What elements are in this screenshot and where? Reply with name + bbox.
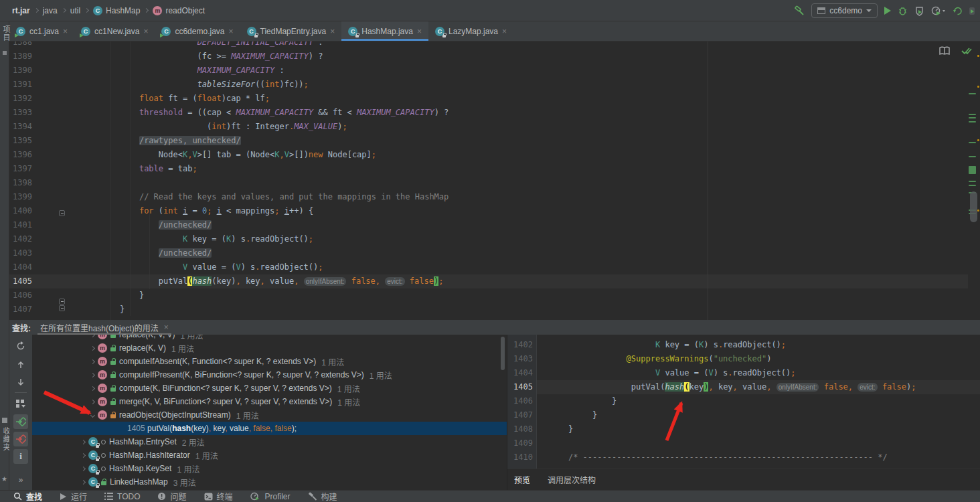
tree-node-merge(K, V, BiFunction<? super V, ? super V, ? extends V>)[interactable]: mmerge(K, V, BiFunction<? super V, ? sup… (32, 395, 507, 408)
edge-icon-partial[interactable] (969, 6, 975, 16)
tab-close-icon[interactable]: × (63, 27, 68, 35)
run-config-combo[interactable]: cc6demo (811, 3, 878, 18)
preview-code-line-1402[interactable]: K key = (K) s.readObject(); (549, 338, 786, 352)
code-line-1396[interactable]: Node<K,V>[] tab = (Node<K,V>[])new Node[… (76, 148, 376, 162)
toolwindow-button-Profiler[interactable]: Profiler (250, 492, 291, 501)
tab-close-icon[interactable]: × (228, 27, 233, 35)
line-number-1407[interactable]: 1407 (9, 303, 32, 317)
tree-node-compute(K, BiFunction<? super K, ? super V, ? extends V>)[interactable]: mcompute(K, BiFunction<? super K, ? supe… (32, 382, 507, 395)
line-number-1395[interactable]: 1395 (9, 134, 32, 148)
chevron-right-icon[interactable] (90, 399, 95, 404)
chevron-right-icon[interactable] (90, 335, 95, 337)
tab-close-icon[interactable]: × (330, 27, 335, 35)
jump-to-source-button[interactable] (13, 414, 28, 429)
code-line-1403[interactable]: /unchecked/ (76, 246, 212, 260)
code-line-1392[interactable]: float ft = (float)cap * lf; (76, 92, 270, 106)
debug-button[interactable] (898, 6, 908, 16)
breadcrumb-item[interactable]: util (70, 6, 80, 15)
editor-tab-cc1.java[interactable]: Ccc1.java× (9, 21, 74, 41)
line-number-1401[interactable]: 1401 (9, 218, 32, 232)
toolwindow-button-运行[interactable]: 运行 (60, 491, 87, 502)
toolwindow-button-问题[interactable]: 问题 (157, 491, 186, 502)
reader-mode-icon[interactable] (938, 46, 951, 56)
toolwindow-button-终端[interactable]: 终端 (204, 491, 233, 502)
breadcrumb-item[interactable]: mreadObject (153, 6, 205, 15)
code-line-1404[interactable]: V value = (V) s.readObject(); (76, 260, 323, 274)
previous-occurrence-icon[interactable] (16, 360, 25, 369)
code-line-1388[interactable]: DEFAULT_INITIAL_CAPACITY : (76, 41, 323, 50)
usage-preview-editor[interactable]: 140214031404140514061407140814091410 K k… (507, 335, 980, 469)
preview-code-line-1403[interactable]: @SuppressWarnings("unchecked") (549, 352, 771, 366)
code-line-1400[interactable]: for (int i = 0; i < mappings; i++) { (76, 204, 313, 218)
tree-node-HashMap.HashIterator[interactable]: CHashMap.HashIterator1 用法 (32, 448, 507, 462)
line-number-1394[interactable]: 1394 (9, 120, 32, 134)
code-line-1407[interactable]: } (76, 303, 125, 317)
usage-row-1405[interactable]: 1405 putVal(hash(key), key, value, false… (32, 422, 507, 435)
line-number-1393[interactable]: 1393 (9, 106, 32, 120)
breadcrumb-item[interactable]: CHashMap (93, 6, 140, 15)
code-line-1389[interactable]: (fc >= MAXIMUM_CAPACITY) ? (76, 50, 323, 64)
chevron-right-icon[interactable] (81, 479, 86, 484)
stripe-item-project[interactable]: 项目 (1, 25, 11, 41)
fold-marker[interactable] (59, 210, 65, 216)
tree-node-computeIfAbsent(K, Function<? super K, ? extends V>)[interactable]: mcomputeIfAbsent(K, Function<? super K, … (32, 355, 507, 368)
code-line-1397[interactable]: table = tab; (76, 162, 197, 176)
code-line-1394[interactable]: (int)ft : Integer.MAX_VALUE); (76, 120, 347, 134)
next-occurrence-icon[interactable] (16, 378, 25, 387)
coverage-button[interactable] (914, 6, 924, 16)
refresh-icon[interactable] (16, 341, 25, 351)
chevron-right-icon[interactable] (81, 439, 86, 444)
chevron-right-icon[interactable] (90, 359, 95, 363)
preview-tab-预览[interactable]: 预览 (514, 474, 530, 485)
line-number-1396[interactable]: 1396 (9, 148, 32, 162)
stripe-commit-icon[interactable] (2, 418, 7, 423)
breadcrumb-item[interactable]: rt.jar (12, 6, 30, 15)
build-hammer-icon[interactable] (794, 5, 805, 16)
line-number-1397[interactable]: 1397 (9, 162, 32, 176)
line-number-1405[interactable]: 1405 (9, 274, 32, 288)
tab-close-icon[interactable]: × (417, 27, 422, 35)
preview-code-line-1410[interactable]: /* -------------------------------------… (549, 450, 888, 465)
line-number-1402[interactable]: 1402 (9, 232, 32, 246)
code-editor[interactable]: 1388138913901391139213931394139513961397… (9, 41, 980, 320)
tree-node-HashMap.EntrySet[interactable]: CHashMap.EntrySet2 用法 (32, 435, 507, 448)
chevron-right-icon[interactable] (81, 452, 86, 457)
preview-code-line-1408[interactable]: } (549, 422, 573, 436)
chevron-right-icon[interactable] (90, 345, 95, 350)
more-options-icon[interactable]: » (9, 475, 32, 485)
line-number-1390[interactable]: 1390 (9, 64, 32, 78)
code-line-1401[interactable]: /unchecked/ (76, 218, 212, 232)
fold-marker[interactable] (59, 305, 65, 311)
inspections-ok-icon[interactable] (961, 46, 973, 56)
chevron-right-icon[interactable] (90, 386, 95, 390)
line-number-1403[interactable]: 1403 (9, 246, 32, 260)
tree-scrollbar[interactable] (501, 337, 505, 370)
line-number-1398[interactable]: 1398 (9, 176, 32, 190)
code-line-1391[interactable]: tableSizeFor((int)fc)); (76, 78, 309, 92)
chevron-right-icon[interactable] (90, 372, 95, 377)
toolwindow-button-查找[interactable]: 查找 (13, 491, 42, 502)
rerun-icon[interactable] (953, 6, 963, 16)
tree-node-LinkedHashMap[interactable]: CLinkedHashMap3 用法 (32, 475, 507, 489)
line-number-1388[interactable]: 1388 (9, 41, 32, 50)
close-icon[interactable]: × (164, 323, 169, 331)
profiler-button[interactable] (931, 6, 946, 16)
editor-tab-cc6demo.java[interactable]: Ccc6demo.java× (155, 21, 240, 41)
chevron-down-icon[interactable] (90, 412, 95, 417)
editor-tab-LazyMap.java[interactable]: CLazyMap.java× (428, 21, 513, 41)
preview-code-line-1404[interactable]: V value = (V) s.readObject(); (549, 366, 796, 380)
line-number-1400[interactable]: 1400 (9, 204, 32, 218)
editor-tab-TiedMapEntry.java[interactable]: CTiedMapEntry.java× (240, 21, 342, 41)
code-line-1393[interactable]: threshold = ((cap < MAXIMUM_CAPACITY && … (76, 106, 448, 120)
preview-code-line-1407[interactable]: } (549, 408, 597, 422)
run-button[interactable] (884, 7, 891, 15)
breadcrumb-item[interactable]: java (43, 6, 58, 15)
line-number-1389[interactable]: 1389 (9, 50, 32, 64)
star-icon[interactable]: ★ (1, 475, 7, 483)
tab-close-icon[interactable]: × (143, 27, 148, 35)
preview-tab-调用层次结构[interactable]: 调用层次结构 (548, 474, 596, 485)
preview-code-line-1406[interactable]: } (549, 394, 617, 408)
group-by-icon[interactable] (15, 399, 26, 408)
line-number-1392[interactable]: 1392 (9, 92, 32, 106)
line-number-1404[interactable]: 1404 (9, 260, 32, 274)
